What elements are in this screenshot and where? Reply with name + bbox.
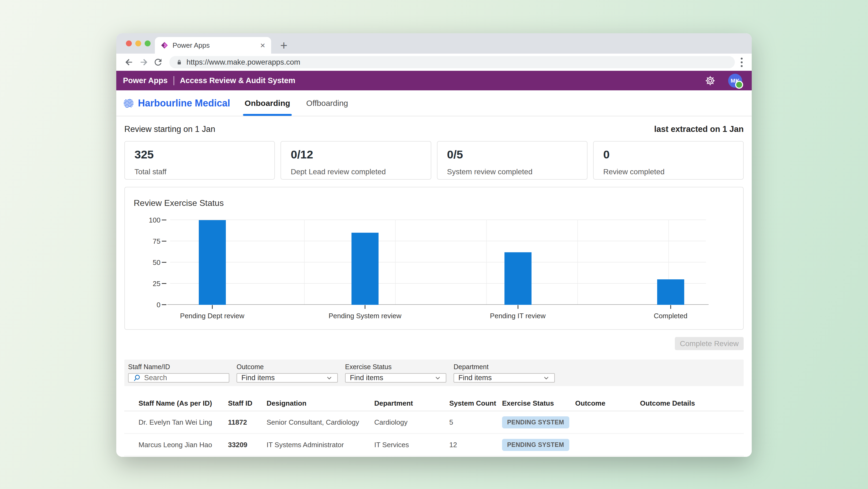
- column-header: Exercise Status: [502, 399, 575, 407]
- header-divider: [174, 76, 174, 85]
- stat-value: 0/5: [447, 148, 577, 161]
- vertical-gridline: [577, 220, 578, 305]
- tab-onboarding[interactable]: Onboarding: [244, 90, 291, 116]
- app-header: Power Apps Access Review & Audit System …: [116, 71, 752, 90]
- review-heading: Review starting on 1 Jan: [124, 124, 215, 134]
- y-axis-label: 25: [139, 280, 160, 288]
- chart-plot: 0255075100Pending Dept reviewPending Sys…: [170, 220, 706, 305]
- minimize-window-button[interactable]: [135, 40, 141, 47]
- tab-title: Power Apps: [173, 41, 257, 50]
- x-axis-tick: [365, 305, 365, 309]
- window-controls: [126, 40, 151, 47]
- x-axis-tick: [212, 305, 213, 309]
- horizontal-gridline: [170, 220, 706, 220]
- new-tab-button[interactable]: +: [280, 39, 287, 52]
- browser-menu-icon[interactable]: [741, 58, 743, 67]
- bar-pending-system-review: [351, 233, 378, 305]
- cell-staff-id: 11872: [228, 418, 267, 427]
- horizontal-gridline: [170, 283, 706, 284]
- stat-label: System review completed: [447, 168, 577, 176]
- maximize-window-button[interactable]: [145, 40, 151, 47]
- y-axis-label: 0: [139, 301, 160, 309]
- cell-designation: IT Systems Administrator: [267, 441, 374, 449]
- browser-tab-strip: Power Apps × +: [116, 33, 752, 54]
- browser-tab[interactable]: Power Apps ×: [155, 37, 271, 54]
- table-row[interactable]: Dr. Evelyn Tan Wei Ling 11872 Senior Con…: [124, 411, 744, 434]
- chart-title: Review Exercise Status: [134, 198, 224, 208]
- y-axis-label: 50: [139, 258, 160, 266]
- table-body: Dr. Evelyn Tan Wei Ling 11872 Senior Con…: [124, 411, 744, 456]
- harbourline-logo-icon: [123, 97, 134, 109]
- address-bar[interactable]: https://www.make.powerapps.com: [169, 56, 735, 68]
- power-apps-label: Power Apps: [123, 76, 168, 85]
- cell-system-count: 12: [449, 441, 502, 449]
- complete-review-button[interactable]: Complete Review: [675, 337, 744, 350]
- presence-indicator: [735, 81, 743, 89]
- horizontal-gridline: [167, 304, 709, 305]
- y-axis-label: 75: [139, 237, 160, 245]
- search-placeholder: Search: [144, 374, 167, 382]
- column-header: Department: [374, 399, 449, 407]
- cell-exercise-status: PENDING SYSTEM: [502, 439, 575, 451]
- settings-gear-icon[interactable]: [705, 75, 716, 86]
- department-dropdown[interactable]: Find items: [454, 373, 555, 382]
- vertical-gridline: [395, 220, 396, 305]
- url-text: https://www.make.powerapps.com: [186, 58, 300, 66]
- stat-label: Dept Lead review completed: [291, 168, 421, 176]
- company-name: Harbourline Medical: [138, 97, 230, 109]
- chevron-down-icon: [434, 374, 441, 382]
- stat-cards: 325 Total staff 0/12 Dept Lead review co…: [124, 141, 744, 180]
- filter-label: Department: [454, 363, 555, 371]
- actions-row: Complete Review: [124, 337, 744, 350]
- y-axis-tick: [162, 283, 166, 284]
- y-axis-tick: [162, 220, 166, 220]
- exercise-status-dropdown[interactable]: Find items: [345, 373, 446, 382]
- reload-icon[interactable]: [153, 57, 163, 67]
- dropdown-value: Find items: [350, 374, 383, 382]
- outcome-dropdown[interactable]: Find items: [237, 373, 338, 382]
- x-axis-tick: [518, 305, 518, 309]
- x-axis-label: Pending IT review: [490, 312, 546, 320]
- x-axis-label: Completed: [654, 312, 687, 320]
- bar-pending-it-review: [504, 252, 531, 305]
- stat-label: Review completed: [603, 168, 734, 176]
- column-header: Staff ID: [228, 399, 267, 407]
- y-axis-label: 100: [139, 216, 160, 224]
- dropdown-value: Find items: [458, 374, 492, 382]
- close-window-button[interactable]: [126, 40, 132, 47]
- brand-nav-row: Harbourline Medical Onboarding Offboardi…: [116, 90, 752, 116]
- review-heading-row: Review starting on 1 Jan last extracted …: [124, 124, 744, 134]
- cell-staff-name: Marcus Leong Jian Hao: [138, 441, 228, 449]
- dropdown-value: Find items: [241, 374, 275, 382]
- column-header: System Count: [449, 399, 502, 407]
- forward-icon[interactable]: [138, 57, 149, 67]
- filter-exercise-status: Exercise Status Find items: [345, 363, 446, 382]
- horizontal-gridline: [170, 262, 706, 262]
- staff-table: Staff Name (As per ID) Staff ID Designat…: [124, 396, 744, 456]
- stat-card-review-completed: 0 Review completed: [593, 141, 744, 180]
- review-exercise-status-chart: Review Exercise Status 0255075100Pending…: [124, 187, 744, 330]
- cell-staff-id: 33209: [228, 441, 267, 449]
- browser-toolbar: https://www.make.powerapps.com: [116, 54, 752, 71]
- vertical-gridline: [486, 220, 487, 305]
- column-header: Outcome Details: [640, 399, 744, 407]
- tab-close-icon[interactable]: ×: [260, 41, 265, 50]
- y-axis-tick: [162, 241, 166, 241]
- bar-pending-dept-review: [199, 220, 226, 305]
- table-row[interactable]: Marcus Leong Jian Hao 33209 IT Systems A…: [124, 434, 744, 456]
- stat-card-dept-lead: 0/12 Dept Lead review completed: [280, 141, 431, 180]
- staff-search-input[interactable]: Search: [128, 373, 229, 382]
- back-icon[interactable]: [124, 57, 134, 67]
- filter-outcome: Outcome Find items: [237, 363, 338, 382]
- status-badge: PENDING SYSTEM: [502, 416, 569, 428]
- tab-offboarding[interactable]: Offboarding: [305, 90, 349, 116]
- stat-card-system-review: 0/5 System review completed: [437, 141, 588, 180]
- column-header: Designation: [267, 399, 374, 407]
- user-avatar[interactable]: MK: [728, 74, 742, 88]
- status-badge: PENDING SYSTEM: [502, 439, 569, 451]
- chevron-down-icon: [326, 374, 333, 382]
- y-axis-tick: [162, 304, 166, 305]
- y-axis-tick: [162, 262, 166, 263]
- stat-card-total-staff: 325 Total staff: [124, 141, 275, 180]
- vertical-gridline: [304, 220, 305, 305]
